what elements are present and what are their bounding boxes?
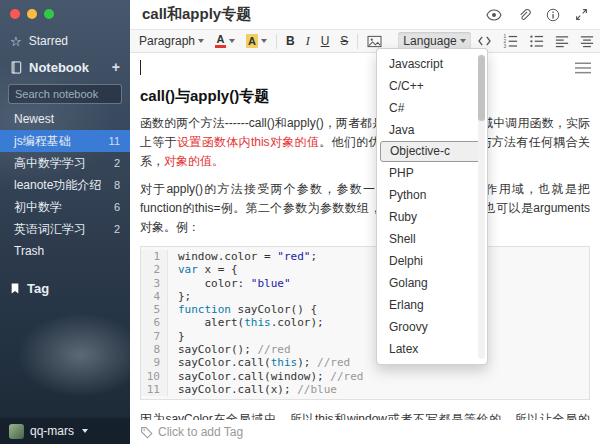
notebook-item[interactable]: js编程基础11 bbox=[0, 130, 130, 152]
strikethrough-button[interactable]: S bbox=[335, 32, 353, 50]
add-notebook-icon[interactable]: + bbox=[112, 61, 120, 73]
sidebar-item-starred[interactable]: ☆ Starred bbox=[0, 29, 130, 53]
code-line: 2var x = { bbox=[141, 263, 589, 276]
language-option[interactable]: C/C++ bbox=[377, 75, 487, 97]
line-number: 1 bbox=[141, 250, 168, 263]
notebook-search bbox=[0, 79, 130, 108]
align-left-button[interactable] bbox=[550, 33, 574, 50]
underline-button[interactable]: U bbox=[316, 32, 335, 50]
language-option[interactable]: Objective-c bbox=[380, 141, 484, 162]
language-option[interactable]: Groovy bbox=[377, 316, 487, 338]
italic-button[interactable]: I bbox=[301, 32, 315, 50]
language-option[interactable]: C# bbox=[377, 97, 487, 119]
language-dropdown-menu: JavascriptC/C++C#JavaObjective-cPHPPytho… bbox=[376, 48, 488, 365]
bookmark-icon bbox=[10, 282, 20, 295]
info-icon[interactable] bbox=[546, 8, 560, 22]
ordered-list-button[interactable]: 1 2 3 bbox=[498, 32, 523, 50]
align-center-icon bbox=[580, 35, 594, 48]
divider bbox=[357, 34, 358, 49]
chevron-down-icon bbox=[198, 39, 204, 43]
chevron-down-icon bbox=[460, 39, 466, 43]
text-cursor bbox=[140, 60, 141, 75]
notebook-count: 11 bbox=[109, 135, 120, 147]
language-option[interactable]: Shell bbox=[377, 228, 487, 250]
paragraph-format-dropdown[interactable]: Paragraph bbox=[134, 32, 209, 50]
language-option[interactable]: Latex bbox=[377, 338, 487, 360]
dropdown-scrollbar[interactable] bbox=[478, 54, 485, 359]
sidebar-item-trash[interactable]: Trash bbox=[0, 240, 130, 262]
sidebar-item-notebook[interactable]: Notebook + bbox=[0, 55, 130, 79]
language-option[interactable]: Java bbox=[377, 119, 487, 141]
menu-handle-icon[interactable] bbox=[575, 62, 591, 74]
empty-line bbox=[140, 60, 590, 77]
notebook-list: js编程基础11高中数学学习2leanote功能介绍8初中数学6英语词汇学习2 bbox=[0, 130, 130, 240]
notebook-item[interactable]: leanote功能介绍8 bbox=[0, 174, 130, 196]
align-center-button[interactable] bbox=[575, 33, 599, 50]
paragraph: 对于apply()的方法接受两个参数，参数一就是function的运行作用域，也… bbox=[140, 180, 590, 237]
code-line: 11sayColor.call(x); //blue bbox=[141, 383, 589, 396]
chevron-down-icon bbox=[82, 429, 88, 433]
attachment-icon[interactable] bbox=[517, 8, 531, 22]
eye-icon[interactable] bbox=[486, 9, 502, 21]
language-option[interactable]: Ruby bbox=[377, 206, 487, 228]
code-line: 6 alert(this.color); bbox=[141, 316, 589, 329]
zoom-button[interactable] bbox=[44, 9, 54, 19]
notebook-count: 6 bbox=[114, 201, 120, 213]
language-option[interactable]: Golang bbox=[377, 272, 487, 294]
notebook-item[interactable]: 初中数学6 bbox=[0, 196, 130, 218]
note-header: call和apply专题 bbox=[130, 0, 600, 30]
scrollbar-thumb[interactable] bbox=[478, 55, 485, 121]
editor-content[interactable]: call()与apply()专题 函数的两个方法------call()和app… bbox=[130, 54, 600, 420]
language-option[interactable]: Delphi bbox=[377, 250, 487, 272]
notebook-label: leanote功能介绍 bbox=[14, 177, 101, 194]
chevron-down-icon bbox=[229, 39, 235, 43]
add-tag-label[interactable]: Click to add Tag bbox=[158, 425, 243, 439]
code-block-button[interactable] bbox=[472, 33, 497, 49]
line-number: 10 bbox=[141, 370, 168, 383]
close-button[interactable] bbox=[10, 9, 20, 19]
user-menu[interactable]: qq-mars bbox=[0, 418, 130, 444]
content-heading: call()与apply()专题 bbox=[140, 87, 590, 106]
minimize-button[interactable] bbox=[27, 9, 37, 19]
code-line: 7} bbox=[141, 330, 589, 343]
code-line: 8sayColor(); //red bbox=[141, 343, 589, 356]
search-input[interactable] bbox=[8, 84, 122, 104]
notebook-label: 英语词汇学习 bbox=[14, 221, 86, 238]
header-actions bbox=[486, 8, 588, 22]
font-color-button[interactable]: A bbox=[210, 32, 240, 50]
notebook-label: 高中数学学习 bbox=[14, 155, 86, 172]
unordered-list-icon bbox=[529, 34, 544, 48]
sidebar-item-tag[interactable]: Tag bbox=[0, 276, 130, 300]
notebook-item[interactable]: 高中数学学习2 bbox=[0, 152, 130, 174]
language-option[interactable]: PHP bbox=[377, 162, 487, 184]
star-icon: ☆ bbox=[10, 35, 22, 48]
fullscreen-icon[interactable] bbox=[575, 8, 588, 21]
notebook-item[interactable]: 英语词汇学习2 bbox=[0, 218, 130, 240]
note-title[interactable]: call和apply专题 bbox=[142, 5, 251, 24]
line-number: 8 bbox=[141, 343, 168, 356]
code-icon bbox=[477, 35, 492, 47]
language-option[interactable]: Erlang bbox=[377, 294, 487, 316]
language-option[interactable]: Python bbox=[377, 184, 487, 206]
insert-image-button[interactable] bbox=[362, 33, 387, 50]
window-controls bbox=[0, 0, 130, 19]
bold-button[interactable]: B bbox=[281, 32, 300, 50]
svg-text:3: 3 bbox=[503, 44, 506, 48]
notebook-count: 2 bbox=[114, 157, 120, 169]
code-line: 10sayColor.call(window); //red bbox=[141, 370, 589, 383]
highlight-color-button[interactable]: A bbox=[241, 32, 272, 50]
trash-label: Trash bbox=[14, 244, 44, 258]
language-option[interactable]: Javascript bbox=[377, 53, 487, 75]
paragraph: 因为sayColor在全局域中，所以this和window或者不写都是等价的，所… bbox=[140, 410, 590, 420]
code-line: 3 color: "blue" bbox=[141, 277, 589, 290]
line-number: 5 bbox=[141, 303, 168, 316]
sidebar-item-newest[interactable]: Newest bbox=[0, 108, 130, 130]
divider bbox=[276, 34, 277, 49]
line-number: 3 bbox=[141, 277, 168, 290]
unordered-list-button[interactable] bbox=[524, 32, 549, 50]
starred-label: Starred bbox=[29, 34, 68, 48]
tag-icon bbox=[140, 426, 153, 439]
code-line: 4}; bbox=[141, 290, 589, 303]
code-block[interactable]: 1window.color = "red";2var x = {3 color:… bbox=[140, 246, 590, 400]
code-line: 5function sayColor() { bbox=[141, 303, 589, 316]
